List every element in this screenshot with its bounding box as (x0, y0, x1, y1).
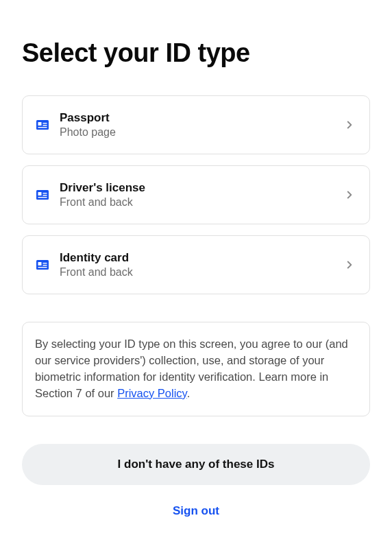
svg-rect-12 (43, 263, 47, 263)
id-option-drivers-license[interactable]: Driver's license Front and back (22, 165, 370, 224)
svg-rect-6 (38, 192, 42, 196)
svg-rect-8 (43, 195, 47, 196)
page-title: Select your ID type (22, 38, 370, 68)
svg-rect-11 (38, 262, 42, 265)
id-option-subtitle: Photo page (60, 126, 343, 139)
id-option-text: Passport Photo page (60, 111, 343, 139)
svg-rect-7 (43, 193, 47, 193)
id-option-subtitle: Front and back (60, 266, 343, 279)
svg-rect-2 (43, 123, 47, 123)
svg-rect-13 (43, 265, 47, 265)
id-card-icon (36, 190, 49, 200)
disclosure-text: By selecting your ID type on this screen… (35, 338, 348, 399)
id-option-text: Identity card Front and back (60, 251, 343, 279)
disclosure-text-after: . (187, 387, 191, 399)
id-option-text: Driver's license Front and back (60, 181, 343, 209)
svg-rect-14 (38, 267, 47, 268)
chevron-right-icon (343, 189, 356, 201)
id-option-passport[interactable]: Passport Photo page (22, 95, 370, 154)
id-option-subtitle: Front and back (60, 196, 343, 209)
svg-rect-4 (38, 127, 47, 128)
chevron-right-icon (343, 259, 356, 271)
id-option-title: Passport (60, 111, 343, 125)
svg-rect-3 (43, 125, 47, 126)
biometric-disclosure: By selecting your ID type on this screen… (22, 322, 370, 416)
id-option-title: Driver's license (60, 181, 343, 195)
svg-rect-1 (38, 122, 42, 126)
id-option-identity-card[interactable]: Identity card Front and back (22, 235, 370, 294)
svg-rect-9 (38, 197, 47, 198)
id-card-icon (36, 260, 49, 270)
id-card-icon (36, 120, 49, 130)
privacy-policy-link[interactable]: Privacy Policy (117, 387, 186, 399)
no-id-button[interactable]: I don't have any of these IDs (22, 444, 370, 485)
id-option-list: Passport Photo page Driver's license Fro… (22, 95, 370, 294)
id-option-title: Identity card (60, 251, 343, 265)
chevron-right-icon (343, 119, 356, 131)
sign-out-button[interactable]: Sign out (22, 504, 370, 518)
